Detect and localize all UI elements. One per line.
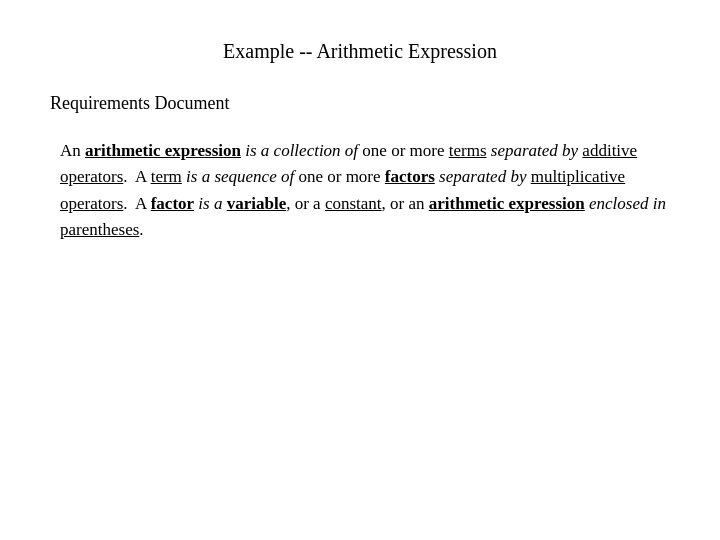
- section-label: Requirements Document: [50, 93, 670, 114]
- page-container: Example -- Arithmetic Expression Require…: [0, 0, 720, 540]
- content-paragraph: An arithmetic expression is a collection…: [50, 138, 670, 243]
- page-title: Example -- Arithmetic Expression: [50, 40, 670, 63]
- text-arithmetic-expression-1: arithmetic expression: [85, 141, 241, 160]
- text-an: An: [60, 141, 85, 160]
